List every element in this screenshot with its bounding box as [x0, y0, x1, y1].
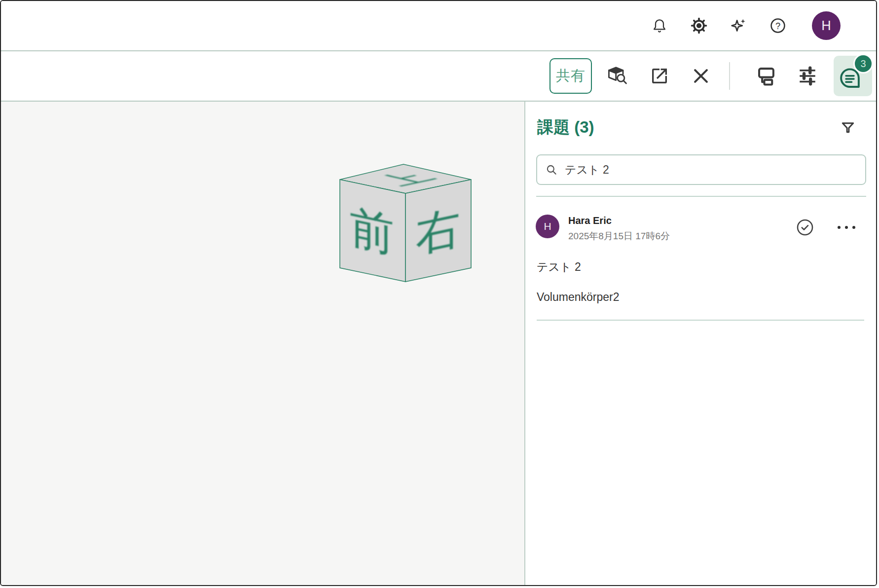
user-avatar[interactable]: H [812, 11, 841, 40]
panel-title: 課題 (3) [537, 116, 594, 139]
close-icon[interactable] [686, 60, 716, 92]
search-input[interactable] [564, 163, 857, 177]
viewcube-front-label: 前 [350, 201, 394, 261]
help-icon[interactable]: ? [769, 17, 786, 34]
issues-panel: 課題 (3) H [525, 102, 876, 586]
comments-panel-button[interactable]: 3 [834, 56, 872, 96]
toolbar-divider [729, 62, 730, 90]
structure-tree-icon[interactable] [751, 60, 781, 92]
resolve-check-icon[interactable] [796, 219, 814, 236]
search-box [536, 154, 866, 185]
top-header: ? H [1, 1, 876, 51]
share-button[interactable]: 共有 [549, 58, 592, 94]
inspect-model-icon[interactable] [603, 60, 633, 92]
search-icon [545, 163, 558, 176]
main-area: 前 右 上 課題 (3) [1, 102, 876, 586]
viewcube-right-label: 右 [416, 201, 460, 260]
app-window: ? H 共有 [0, 0, 877, 586]
comment-avatar: H [536, 215, 559, 238]
document-toolbar: 共有 [1, 51, 876, 102]
notifications-bell-icon[interactable] [651, 17, 668, 34]
comment-timestamp: 2025年8月15日 17時6分 [568, 230, 796, 243]
comment-divider [537, 320, 864, 321]
open-in-new-icon[interactable] [644, 60, 675, 92]
svg-text:?: ? [775, 21, 780, 31]
model-canvas[interactable]: 前 右 上 [1, 102, 524, 586]
view-cube[interactable]: 前 右 上 [1, 102, 524, 586]
more-options-icon[interactable] [836, 224, 857, 231]
ai-sparkle-icon[interactable] [730, 17, 747, 34]
comments-count-badge: 3 [853, 54, 873, 74]
tune-settings-icon[interactable] [792, 60, 823, 92]
comment-author: Hara Eric [568, 215, 796, 227]
settings-gear-icon[interactable] [691, 17, 707, 34]
comment-text: テスト 2 [537, 259, 864, 275]
comment-item[interactable]: H Hara Eric 2025年8月15日 17時6分 [525, 197, 876, 243]
filter-funnel-icon[interactable] [839, 118, 857, 137]
comment-reference: Volumenkörper2 [537, 291, 864, 304]
